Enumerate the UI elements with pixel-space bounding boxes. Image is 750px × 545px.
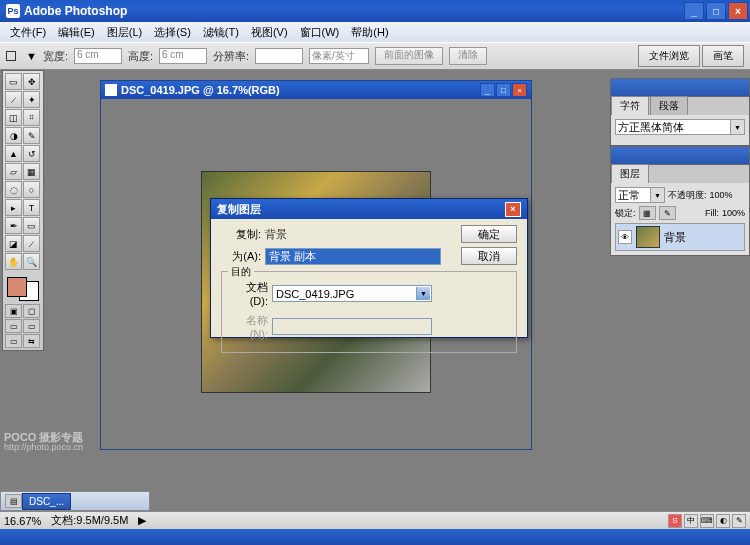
palette-drag-handle[interactable] (611, 79, 749, 97)
zoom-level[interactable]: 16.67% (4, 515, 41, 527)
menu-edit[interactable]: 编辑(E) (52, 23, 101, 42)
doc-select[interactable]: DSC_0419.JPG ▼ (272, 285, 432, 302)
lock-trans-icon[interactable]: ▦ (639, 206, 656, 220)
layer-name[interactable]: 背景 (664, 230, 686, 245)
brush-tab[interactable]: 画笔 (702, 45, 744, 67)
heal-tool[interactable]: ◑ (5, 127, 22, 144)
width-label: 宽度: (43, 49, 68, 64)
fg-color[interactable] (7, 277, 27, 297)
screen-3[interactable]: ▭ (5, 334, 22, 348)
doc-close-button[interactable]: × (512, 83, 527, 97)
screen-2[interactable]: ▭ (23, 319, 40, 333)
dropdown-icon[interactable]: ▼ (650, 188, 664, 202)
clear-button[interactable]: 清除 (449, 47, 487, 65)
doc-max-button[interactable]: □ (496, 83, 511, 97)
brush-tool[interactable]: ✎ (23, 127, 40, 144)
layer-row[interactable]: 👁 背景 (615, 223, 745, 251)
dialog-titlebar[interactable]: 复制图层 × (211, 199, 527, 219)
doc-titlebar[interactable]: DSC_0419.JPG @ 16.7%(RGB) _ □ × (101, 81, 531, 99)
path-tool[interactable]: ▸ (5, 199, 22, 216)
res-unit[interactable]: 像素/英寸 (309, 48, 369, 64)
fill-value[interactable]: 100% (722, 208, 745, 218)
dialog-close-button[interactable]: × (505, 202, 521, 217)
slice-tool[interactable]: ⌗ (23, 109, 40, 126)
cancel-button[interactable]: 取消 (461, 247, 517, 265)
hand-tool[interactable]: ✋ (5, 253, 22, 270)
shape-tool[interactable]: ▭ (23, 217, 40, 234)
status-bar: 16.67% 文档:9.5M/9.5M ▶ S 中 ⌨ ◐ ✎ (0, 511, 750, 529)
dodge-tool[interactable]: ○ (23, 181, 40, 198)
layers-tab[interactable]: 图层 (611, 164, 649, 183)
wand-tool[interactable]: ✦ (23, 91, 40, 108)
menu-file[interactable]: 文件(F) (4, 23, 52, 42)
status-arrow-icon[interactable]: ▶ (138, 514, 146, 527)
res-input[interactable] (255, 48, 303, 64)
eraser-tool[interactable]: ▱ (5, 163, 22, 180)
menu-filter[interactable]: 滤镜(T) (197, 23, 245, 42)
character-palette: 字符 段落 方正黑体简体 ▼ (610, 78, 750, 146)
taskbar (0, 529, 750, 545)
visibility-icon[interactable]: 👁 (618, 230, 632, 244)
jump-to[interactable]: ⇆ (23, 334, 40, 348)
palette-drag-handle[interactable] (611, 147, 749, 165)
character-tab[interactable]: 字符 (611, 96, 649, 115)
app-title: Adobe Photoshop (24, 4, 684, 18)
height-input[interactable]: 6 cm (159, 48, 207, 64)
pen-tool[interactable]: ✒ (5, 217, 22, 234)
tray-icon[interactable]: ⌨ (700, 514, 714, 528)
menu-view[interactable]: 视图(V) (245, 23, 294, 42)
tray-s-icon[interactable]: S (668, 514, 682, 528)
menu-window[interactable]: 窗口(W) (294, 23, 346, 42)
mode-standard[interactable]: ▣ (5, 304, 22, 318)
crop-tool[interactable]: ◫ (5, 109, 22, 126)
eyedropper-tool[interactable]: ⟋ (23, 235, 40, 252)
stamp-tool[interactable]: ▲ (5, 145, 22, 162)
minimize-button[interactable]: _ (684, 2, 704, 20)
close-button[interactable]: × (728, 2, 748, 20)
notes-tool[interactable]: ◪ (5, 235, 22, 252)
dropdown-icon[interactable]: ▼ (416, 287, 430, 300)
crop-tool-icon[interactable] (6, 51, 16, 61)
file-browse-tab[interactable]: 文件浏览 (638, 45, 700, 67)
right-panels: 字符 段落 方正黑体简体 ▼ 图层 正常 (610, 78, 750, 256)
res-label: 分辨率: (213, 49, 249, 64)
zoom-tool[interactable]: 🔍 (23, 253, 40, 270)
doc-title: DSC_0419.JPG @ 16.7%(RGB) (121, 84, 479, 96)
document-tab-bar: ▤ DSC_... (0, 491, 150, 511)
layer-thumbnail[interactable] (636, 226, 660, 248)
opacity-label: 不透明度: (668, 189, 707, 202)
maximize-button[interactable]: □ (706, 2, 726, 20)
fill-label: Fill: (705, 208, 719, 218)
document-tab[interactable]: DSC_... (22, 493, 71, 510)
paragraph-tab[interactable]: 段落 (650, 96, 688, 115)
doc-min-button[interactable]: _ (480, 83, 495, 97)
font-select[interactable]: 方正黑体简体 ▼ (615, 119, 745, 135)
blur-tool[interactable]: ◌ (5, 181, 22, 198)
color-swatches[interactable] (5, 275, 41, 303)
blend-mode-select[interactable]: 正常 ▼ (615, 187, 665, 203)
lock-paint-icon[interactable]: ✎ (659, 206, 676, 220)
tray-icon[interactable]: ◐ (716, 514, 730, 528)
menu-select[interactable]: 选择(S) (148, 23, 197, 42)
type-tool[interactable]: T (23, 199, 40, 216)
opacity-value[interactable]: 100% (710, 190, 733, 200)
mode-quickmask[interactable]: ▢ (23, 304, 40, 318)
name-label: 名称(N): (228, 313, 268, 340)
screen-1[interactable]: ▭ (5, 319, 22, 333)
menu-layer[interactable]: 图层(L) (101, 23, 148, 42)
front-image-button[interactable]: 前面的图像 (375, 47, 443, 65)
tool-dropdown-icon[interactable]: ▼ (26, 50, 37, 62)
history-brush[interactable]: ↺ (23, 145, 40, 162)
marquee-tool[interactable]: ▭ (5, 73, 22, 90)
ok-button[interactable]: 确定 (461, 225, 517, 243)
width-input[interactable]: 6 cm (74, 48, 122, 64)
tray-icon[interactable]: ✎ (732, 514, 746, 528)
as-input[interactable] (265, 248, 441, 265)
dropdown-icon[interactable]: ▼ (730, 120, 744, 134)
menu-help[interactable]: 帮助(H) (345, 23, 394, 42)
gradient-tool[interactable]: ▦ (23, 163, 40, 180)
dialog-title: 复制图层 (217, 202, 505, 217)
lasso-tool[interactable]: ⟋ (5, 91, 22, 108)
tray-ime-icon[interactable]: 中 (684, 514, 698, 528)
move-tool[interactable]: ✥ (23, 73, 40, 90)
